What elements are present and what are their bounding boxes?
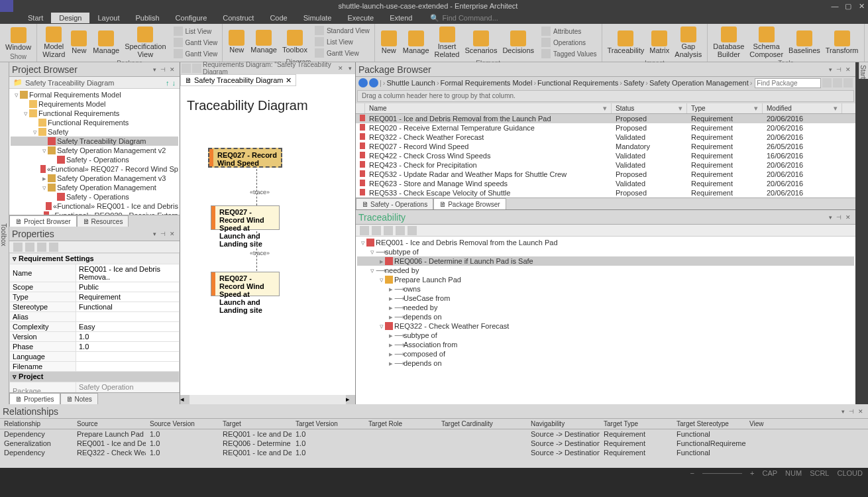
column-header[interactable]: Navigability — [527, 419, 600, 429]
sort-icon[interactable] — [13, 243, 23, 252]
ribbon-manage[interactable]: Manage — [402, 29, 431, 56]
dropdown-icon[interactable]: ▾ — [151, 231, 158, 237]
minimize-button[interactable]: — — [828, 2, 841, 11]
column-header[interactable]: Modified ▾ — [763, 103, 842, 113]
tree-item[interactable]: ▿REQ001 - Ice and Debris Removal from th… — [357, 238, 854, 247]
tool-icon[interactable] — [360, 226, 369, 235]
start-strip[interactable]: Start — [859, 62, 868, 79]
traceability-tree[interactable]: ▿REQ001 - Ice and Debris Removal from th… — [356, 237, 855, 404]
find-command[interactable]: Find Command... — [442, 14, 498, 22]
nav-fwd-icon[interactable] — [369, 78, 378, 87]
menu-icon[interactable]: ▾ — [347, 65, 354, 72]
table-row[interactable]: REQ533 - Check Escape Velocity of Shuttl… — [356, 188, 855, 197]
zoom-out-icon[interactable]: − — [690, 469, 694, 477]
ribbon-specification[interactable]: SpecificationView — [123, 25, 167, 60]
ribbon-decisions[interactable]: Decisions — [501, 29, 535, 56]
tab-safety---operations[interactable]: 🗎Safety - Operations — [356, 198, 433, 209]
tool-icon[interactable] — [384, 226, 393, 235]
table-row[interactable]: GeneralizationREQ001 - Ice and Debris Re… — [0, 439, 868, 448]
column-header[interactable]: Name ▾ — [365, 103, 612, 113]
arrow-up-icon[interactable]: ↑ — [166, 79, 170, 87]
table-row[interactable]: REQ027 - Record Wind SpeedMandatoryRequi… — [356, 142, 855, 151]
column-header[interactable]: Status ▾ — [612, 103, 687, 113]
tree-item[interactable]: Requirements Model — [11, 99, 178, 109]
close-panel-icon[interactable]: ✕ — [843, 214, 853, 221]
tree-item[interactable]: ▿Functional Requirements — [11, 109, 178, 118]
table-row[interactable]: REQ001 - Ice and Debris Removal from the… — [356, 114, 855, 123]
tool-icon[interactable] — [396, 226, 405, 235]
tree-item[interactable]: ▿Prepare Launch Pad — [357, 275, 854, 284]
filter-icon[interactable] — [25, 243, 34, 252]
prop-value[interactable]: Safety Operation Management — [76, 382, 180, 393]
diagram-element[interactable]: REQ027 - Record Wind Speed at Launch and… — [211, 205, 280, 230]
tree-item[interactable]: Safety Traceability Diagram — [11, 137, 178, 146]
table-row[interactable]: REQ532 - Update Radar and Weather Maps f… — [356, 170, 855, 179]
menu-tab-construct[interactable]: Construct — [215, 13, 262, 23]
nav-icon[interactable] — [37, 243, 46, 252]
menu-tab-design[interactable]: Design — [51, 13, 89, 23]
tab-package-browser[interactable]: 🗎Package Browser — [433, 198, 506, 209]
tree-item[interactable]: ▿⟶subtype of — [357, 247, 854, 256]
ribbon-sub-gantt-view[interactable]: Gantt View — [173, 37, 219, 48]
tree-item[interactable]: ▸⟶needed by — [357, 303, 854, 312]
link-icon[interactable] — [49, 243, 58, 252]
prop-value[interactable] — [76, 352, 180, 362]
tab-resources[interactable]: 🗎Resources — [77, 215, 129, 227]
tree-item[interactable]: ▿Safety Operation Management — [11, 183, 178, 192]
ribbon-sub-gantt-view[interactable]: Gantt View — [314, 48, 370, 58]
tree-item[interactable]: ▸⟶depends on — [357, 359, 854, 368]
nav-back-icon[interactable] — [358, 78, 368, 87]
menu-tab-publish[interactable]: Publish — [128, 13, 168, 23]
dropdown-icon[interactable]: ▾ — [827, 66, 834, 73]
prop-value[interactable]: 1.0 — [76, 342, 180, 352]
ribbon-matrix[interactable]: Matrix — [648, 29, 671, 56]
ribbon-sub-operations[interactable]: Operations — [541, 37, 597, 48]
diagram-tab[interactable]: 🗎 Safety Traceability Diagram ✕ — [180, 74, 296, 86]
column-header[interactable]: Target — [219, 419, 292, 429]
column-header[interactable]: Target Stereotype — [673, 419, 745, 429]
tree-item[interactable]: ▿Safety Operation Management v2 — [11, 146, 178, 155]
horizontal-scrollbar[interactable]: ◂ ▸ — [180, 395, 355, 404]
ribbon-sub-list-view[interactable]: List View — [314, 36, 370, 47]
ribbon-new[interactable]: New — [227, 28, 246, 55]
dropdown-icon[interactable]: ▾ — [827, 214, 834, 221]
find-package-input[interactable] — [755, 78, 821, 88]
diagram-canvas[interactable]: Traceability Diagram REQ027 - Record Win… — [180, 86, 355, 395]
menu-tab-start[interactable]: Start — [20, 13, 51, 23]
pin-icon[interactable]: ⊣ — [158, 231, 168, 237]
close-tab-icon[interactable]: ✕ — [336, 65, 345, 72]
tool-icon[interactable] — [372, 226, 381, 235]
column-header[interactable]: Target Role — [364, 419, 437, 429]
column-header[interactable]: Target Version — [292, 419, 364, 429]
ribbon-new[interactable]: New — [69, 29, 89, 56]
search-icon[interactable] — [822, 78, 832, 87]
close-button[interactable]: ✕ — [855, 2, 868, 11]
tree-item[interactable]: ▸⟶owns — [357, 284, 854, 294]
tree-item[interactable]: ▿Safety — [11, 127, 178, 137]
ribbon-model[interactable]: ModelWizard — [41, 25, 66, 60]
table-row[interactable]: REQ423 - Check for PrecipitationValidate… — [356, 160, 855, 170]
table-row[interactable]: DependencyREQ322 - Check Weather Fore...… — [0, 448, 868, 457]
ribbon-scenarios[interactable]: Scenarios — [463, 29, 498, 56]
breadcrumb-item[interactable]: Functional Requirements — [537, 79, 618, 87]
ribbon-manage[interactable]: Manage — [249, 28, 278, 55]
menu-tab-simulate[interactable]: Simulate — [296, 13, 340, 23]
prop-value[interactable]: REQ001 - Ice and Debris Remova.. — [76, 264, 180, 282]
refresh-icon[interactable] — [407, 226, 417, 235]
table-row[interactable]: REQ623 - Store and Manage Wind speedsVal… — [356, 179, 855, 188]
menu-tab-configure[interactable]: Configure — [168, 13, 215, 23]
pin-icon[interactable]: ⊣ — [834, 214, 843, 221]
prop-value[interactable]: Easy — [76, 322, 180, 332]
project-browser-tree[interactable]: ▿Formal Requirements ModelRequirements M… — [9, 89, 180, 215]
tab-properties[interactable]: 🗎Properties — [9, 393, 60, 404]
table-row[interactable]: REQ020 - Receive External Temperature Gu… — [356, 123, 855, 133]
tree-item[interactable]: ▸⟶subtype of — [357, 331, 854, 340]
tree-item[interactable]: ▸⟶composed of — [357, 349, 854, 359]
column-header[interactable]: Source Version — [146, 419, 219, 429]
menu-icon[interactable] — [843, 78, 853, 87]
tree-item[interactable]: ▸REQ006 - Determine if Launch Pad is Saf… — [357, 256, 854, 266]
column-header[interactable]: Target Cardinality — [437, 419, 527, 429]
table-row[interactable]: REQ322 - Check Weather ForecastValidated… — [356, 133, 855, 142]
prop-value[interactable] — [76, 312, 180, 322]
tree-item[interactable]: ▿Formal Requirements Model — [11, 90, 178, 99]
